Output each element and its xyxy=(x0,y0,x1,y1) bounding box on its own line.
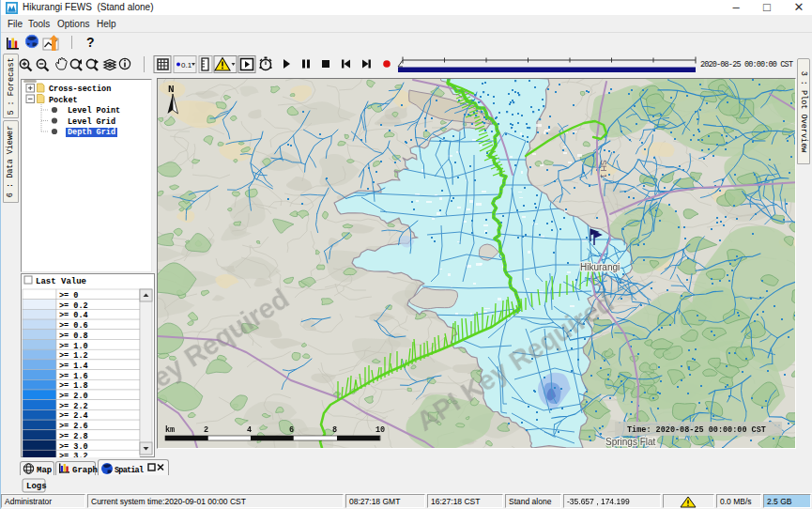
svg-text:Logs: Logs xyxy=(26,482,47,491)
svg-text:Springs Flat: Springs Flat xyxy=(605,437,656,447)
svg-text:Last Value: Last Value xyxy=(36,277,86,286)
svg-text:0.1: 0.1 xyxy=(181,61,192,69)
svg-text:N: N xyxy=(168,84,175,95)
svg-text:6: 6 xyxy=(289,425,294,435)
svg-text:?: ? xyxy=(86,35,95,50)
svg-text:10: 10 xyxy=(375,425,385,435)
svg-text:Time: 2020-08-25 00:00:00 CST: Time: 2020-08-25 00:00:00 CST xyxy=(627,425,766,435)
svg-text:Map: Map xyxy=(37,466,52,475)
svg-text:Graph: Graph xyxy=(72,466,98,475)
svg-text:Hikurangi: Hikurangi xyxy=(580,262,620,272)
svg-text:8: 8 xyxy=(332,425,337,435)
svg-text:2: 2 xyxy=(204,425,208,435)
svg-text:SH 1: SH 1 xyxy=(599,160,608,178)
svg-text:2020-08-25 00:00:00 CST: 2020-08-25 00:00:00 CST xyxy=(700,60,793,69)
svg-text:km: km xyxy=(165,425,175,435)
svg-text:Spatial: Spatial xyxy=(115,466,144,475)
svg-text:4: 4 xyxy=(247,425,252,435)
